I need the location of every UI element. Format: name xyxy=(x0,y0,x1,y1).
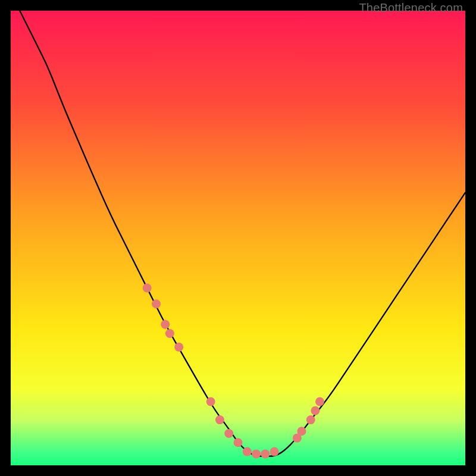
highlight-dot xyxy=(234,438,243,447)
highlight-dot xyxy=(252,449,261,458)
highlight-dot xyxy=(143,284,152,293)
watermark-text: TheBottleneck.com xyxy=(359,1,463,15)
bottleneck-chart xyxy=(11,11,465,465)
highlight-dot xyxy=(311,406,320,415)
chart-frame xyxy=(11,11,465,465)
highlight-dot xyxy=(306,415,315,424)
highlight-dot xyxy=(174,343,183,352)
highlight-dot xyxy=(206,397,215,406)
highlight-dot xyxy=(165,329,174,338)
highlight-dot xyxy=(261,449,270,458)
highlight-dot xyxy=(152,299,161,308)
highlight-dot xyxy=(161,320,170,329)
highlight-dot xyxy=(270,447,279,456)
highlight-dot xyxy=(243,447,252,456)
highlight-dot xyxy=(215,415,224,424)
highlight-dot xyxy=(297,427,306,436)
highlight-dot xyxy=(315,397,324,406)
highlight-dot xyxy=(224,429,233,438)
chart-background xyxy=(11,11,465,465)
